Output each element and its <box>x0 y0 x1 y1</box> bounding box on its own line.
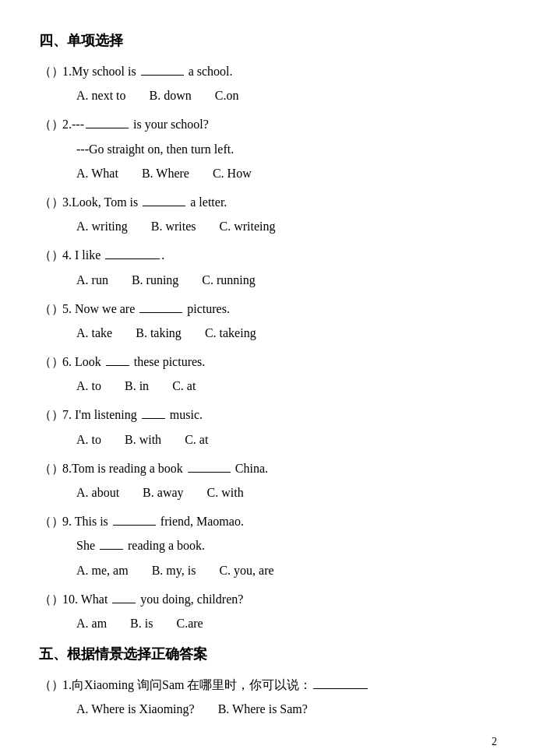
q8-option-a: A. about <box>76 482 119 503</box>
q5-text: 5. Now we are pictures. <box>62 298 497 319</box>
q2-text: 2.--- is your school? <box>62 114 497 135</box>
s5-close-paren-1: ） <box>51 674 59 695</box>
question-8: （ ） 8.Tom is reading a book China. A. ab… <box>39 458 497 503</box>
close-paren-10: ） <box>51 589 59 610</box>
q10-option-b: B. is <box>130 613 153 634</box>
q1-option-a: A. next to <box>76 85 126 106</box>
close-paren-6: ） <box>51 351 59 372</box>
q6-blank <box>106 365 129 366</box>
question-3: （ ） 3.Look, Tom is a letter. A. writing … <box>39 192 497 237</box>
q7-option-b: B. with <box>125 429 161 450</box>
q6-option-a: A. to <box>76 375 101 396</box>
question-10: （ ） 10. What you doing, children? A. am … <box>39 589 497 634</box>
q2-subline: ---Go straight on, then turn left. <box>76 139 497 160</box>
open-paren-8: （ <box>39 458 50 479</box>
question-4: （ ） 4. I like . A. run B. runing C. runn… <box>39 244 497 290</box>
q1-text: 1.My school is a school. <box>62 61 497 82</box>
close-paren-7: ） <box>51 404 59 425</box>
q10-options: A. am B. is C.are <box>76 613 497 634</box>
q4-blank <box>105 258 160 259</box>
open-paren-4: （ <box>39 244 50 265</box>
q7-option-a: A. to <box>76 429 101 450</box>
question-2: （ ） 2.--- is your school? ---Go straight… <box>39 114 497 184</box>
open-paren-2: （ <box>39 114 50 135</box>
q3-text: 3.Look, Tom is a letter. <box>62 192 497 213</box>
open-paren-6: （ <box>39 351 50 372</box>
q2-option-b: B. Where <box>142 163 189 184</box>
close-paren-2: ） <box>51 114 59 135</box>
close-paren-9: ） <box>51 511 59 532</box>
q6-option-c: C. at <box>172 375 196 396</box>
page-number: 2 <box>39 736 497 748</box>
q4-text: 4. I like . <box>62 244 497 265</box>
q5-blank <box>139 312 182 313</box>
q3-option-c: C. writeing <box>220 216 276 237</box>
section5-question-1: （ ） 1.向Xiaoming 询问Sam 在哪里时，你可以说： A. Wher… <box>39 674 497 719</box>
question-9: （ ） 9. This is friend, Maomao. She readi… <box>39 511 497 581</box>
q8-options: A. about B. away C. with <box>76 482 497 503</box>
question-5: （ ） 5. Now we are pictures. A. take B. t… <box>39 298 497 343</box>
q4-options: A. run B. runing C. running <box>76 269 497 290</box>
q5-options: A. take B. taking C. takeing <box>76 322 497 343</box>
q6-option-b: B. in <box>125 375 149 396</box>
q3-options: A. writing B. writes C. writeing <box>76 216 497 237</box>
q6-options: A. to B. in C. at <box>76 375 497 396</box>
s5-open-paren-1: （ <box>39 674 50 695</box>
s5-q1-option-b: B. Where is Sam? <box>218 698 308 719</box>
q2-blank <box>86 128 129 128</box>
q9-blank <box>113 525 156 526</box>
q5-option-a: A. take <box>76 322 112 343</box>
close-paren-1: ） <box>51 61 59 82</box>
q7-blank <box>142 418 165 419</box>
q10-option-c: C.are <box>176 613 203 634</box>
s5-q1-blank <box>313 688 368 689</box>
q9-blank2 <box>100 549 123 550</box>
s5-q1-options: A. Where is Xiaoming? B. Where is Sam? <box>76 698 497 719</box>
q9-subline: She reading a book. <box>76 535 497 556</box>
q1-options: A. next to B. down C.on <box>76 85 497 106</box>
q8-text: 8.Tom is reading a book China. <box>62 458 497 479</box>
q4-option-a: A. run <box>76 269 108 290</box>
s5-q1-option-a: A. Where is Xiaoming? <box>76 698 195 719</box>
question-1: （ ） 1.My school is a school. A. next to … <box>39 61 497 106</box>
open-paren-7: （ <box>39 404 50 425</box>
q5-option-b: B. taking <box>136 322 182 343</box>
q9-option-c: C. you, are <box>219 560 273 581</box>
q9-option-b: B. my, is <box>152 560 196 581</box>
q1-option-b: B. down <box>150 85 192 106</box>
q10-text: 10. What you doing, children? <box>62 589 497 610</box>
open-paren-3: （ <box>39 192 50 213</box>
question-6: （ ） 6. Look these pictures. A. to B. in … <box>39 351 497 396</box>
q10-blank <box>112 603 136 603</box>
q4-option-c: C. running <box>202 269 255 290</box>
q9-option-a: A. me, am <box>76 560 129 581</box>
q6-text: 6. Look these pictures. <box>62 351 497 372</box>
open-paren-10: （ <box>39 589 50 610</box>
q9-text: 9. This is friend, Maomao. <box>62 511 497 532</box>
q9-options: A. me, am B. my, is C. you, are <box>76 560 497 581</box>
q8-option-c: C. with <box>207 482 244 503</box>
q5-option-c: C. takeing <box>205 322 256 343</box>
q7-text: 7. I'm listening music. <box>62 404 497 425</box>
open-paren-9: （ <box>39 511 50 532</box>
q7-options: A. to B. with C. at <box>76 429 497 450</box>
open-paren-5: （ <box>39 298 50 319</box>
close-paren-8: ） <box>51 458 59 479</box>
q2-option-a: A. What <box>76 163 118 184</box>
q1-blank <box>141 75 184 76</box>
section4-title: 四、单项选择 <box>39 31 497 50</box>
q3-blank <box>143 206 185 206</box>
close-paren-5: ） <box>51 298 59 319</box>
q8-blank <box>188 472 231 473</box>
q3-option-b: B. writes <box>151 216 196 237</box>
section5-title: 五、根据情景选择正确答案 <box>39 645 497 663</box>
q8-option-b: B. away <box>143 482 183 503</box>
q4-option-b: B. runing <box>132 269 178 290</box>
q3-option-a: A. writing <box>76 216 128 237</box>
q10-option-a: A. am <box>76 613 107 634</box>
q7-option-c: C. at <box>185 429 208 450</box>
close-paren-3: ） <box>51 192 59 213</box>
open-paren-1: （ <box>39 61 50 82</box>
q2-option-c: C. How <box>213 163 252 184</box>
s5-q1-text: 1.向Xiaoming 询问Sam 在哪里时，你可以说： <box>62 674 497 695</box>
